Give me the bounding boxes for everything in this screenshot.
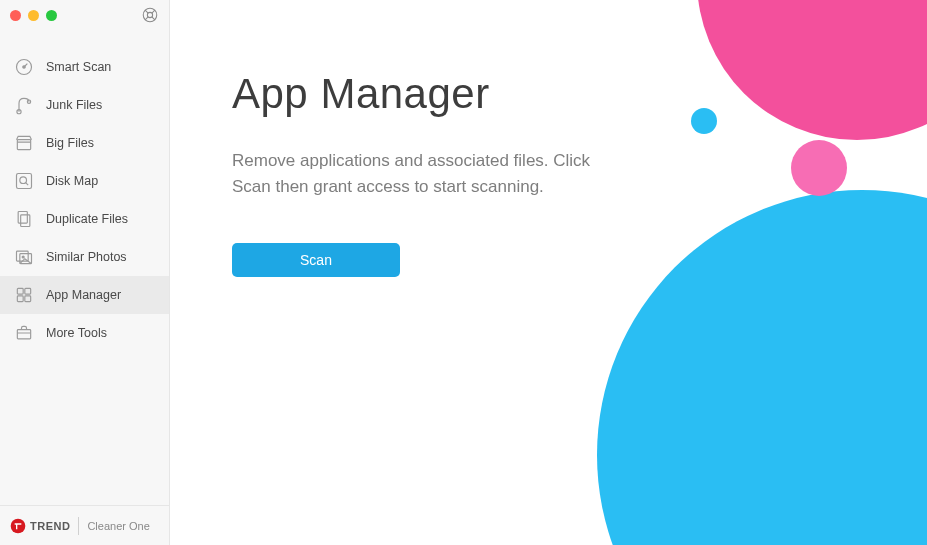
svg-point-1 (147, 12, 152, 17)
sidebar-item-label: Junk Files (46, 98, 155, 112)
help-icon[interactable] (141, 6, 159, 28)
svg-rect-6 (17, 140, 30, 150)
magnifier-icon (14, 171, 34, 191)
decorative-circle-pink-large (697, 0, 927, 140)
svg-rect-16 (17, 296, 23, 302)
svg-point-19 (11, 518, 26, 533)
svg-rect-18 (17, 330, 30, 339)
product-name: Cleaner One (87, 520, 149, 532)
sidebar-item-big-files[interactable]: Big Files (0, 124, 169, 162)
brand-logo: TREND (10, 518, 70, 534)
svg-point-5 (27, 100, 30, 103)
svg-rect-14 (17, 288, 23, 294)
titlebar (0, 0, 169, 30)
decorative-circle-blue-small (691, 108, 717, 134)
svg-rect-7 (17, 174, 32, 189)
sidebar-item-label: More Tools (46, 326, 155, 340)
svg-point-3 (23, 66, 26, 69)
scan-button[interactable]: Scan (232, 243, 400, 277)
sidebar-item-label: Big Files (46, 136, 155, 150)
apps-icon (14, 285, 34, 305)
main-content: App Manager Remove applications and asso… (170, 0, 927, 545)
page-title: App Manager (232, 70, 650, 118)
sidebar-item-junk-files[interactable]: Junk Files (0, 86, 169, 124)
content-area: App Manager Remove applications and asso… (170, 0, 650, 277)
page-description: Remove applications and associated files… (232, 148, 612, 201)
svg-point-8 (20, 177, 27, 184)
sidebar-item-duplicate-files[interactable]: Duplicate Files (0, 200, 169, 238)
sidebar-item-smart-scan[interactable]: Smart Scan (0, 48, 169, 86)
close-window-button[interactable] (10, 10, 21, 21)
scan-button-label: Scan (300, 252, 332, 268)
sidebar-item-more-tools[interactable]: More Tools (0, 314, 169, 352)
separator (78, 517, 79, 535)
sidebar-item-label: Smart Scan (46, 60, 155, 74)
duplicate-icon (14, 209, 34, 229)
sidebar-item-label: Duplicate Files (46, 212, 155, 226)
brand-name: TREND (30, 520, 70, 532)
toolbox-icon (14, 323, 34, 343)
sidebar-item-label: Similar Photos (46, 250, 155, 264)
sidebar-item-app-manager[interactable]: App Manager (0, 276, 169, 314)
sidebar-item-label: Disk Map (46, 174, 155, 188)
photos-icon (14, 247, 34, 267)
sidebar: Smart Scan Junk Files Big Files (0, 0, 170, 545)
fullscreen-window-button[interactable] (46, 10, 57, 21)
vacuum-icon (14, 95, 34, 115)
app-window: Smart Scan Junk Files Big Files (0, 0, 927, 545)
decorative-circle-pink-small (791, 140, 847, 196)
box-icon (14, 133, 34, 153)
svg-rect-10 (21, 215, 30, 227)
svg-point-13 (22, 256, 24, 258)
svg-rect-17 (25, 296, 31, 302)
window-controls (10, 10, 57, 21)
sidebar-footer: TREND Cleaner One (0, 505, 169, 545)
sidebar-item-label: App Manager (46, 288, 155, 302)
gauge-icon (14, 57, 34, 77)
sidebar-item-disk-map[interactable]: Disk Map (0, 162, 169, 200)
sidebar-nav: Smart Scan Junk Files Big Files (0, 48, 169, 505)
minimize-window-button[interactable] (28, 10, 39, 21)
svg-rect-9 (18, 212, 27, 224)
svg-rect-15 (25, 288, 31, 294)
sidebar-item-similar-photos[interactable]: Similar Photos (0, 238, 169, 276)
